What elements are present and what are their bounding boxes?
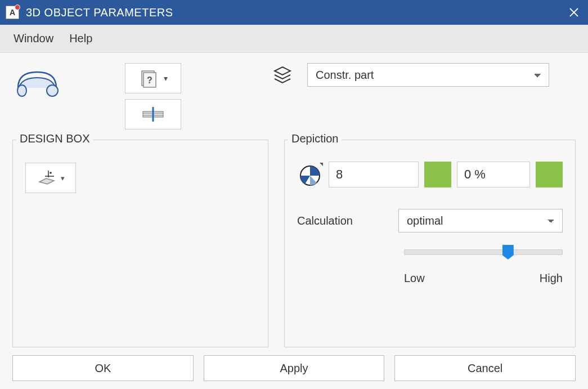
anchor-mode-button[interactable]: ▾ [25,163,76,193]
menu-help[interactable]: Help [69,32,92,45]
slider-high-label: High [540,272,563,285]
design-box-legend: DESIGN BOX [16,132,93,145]
depiction-panel: Depiction Calculation optimal [284,140,576,347]
depiction-inputs-row [297,162,563,187]
anchor-icon [37,169,56,186]
svg-point-3 [47,85,58,96]
object-type-icon [12,63,63,99]
dialog-buttons: OK Apply Cancel [12,355,576,381]
quality-slider[interactable] [404,249,563,255]
design-box-panel: DESIGN BOX ▾ [12,140,268,347]
segments-color-swatch[interactable] [424,162,451,187]
menubar: Window Help [0,25,588,53]
cancel-button[interactable]: Cancel [394,355,576,381]
close-button[interactable] [565,4,582,21]
svg-point-2 [17,85,26,96]
titlebar: A 3D OBJECT PARAMETERS [0,0,588,25]
layers-icon [271,64,294,86]
app-icon: A [6,6,19,19]
segments-input[interactable] [329,162,419,187]
window-title: 3D OBJECT PARAMETERS [26,6,173,19]
chevron-down-icon: ▾ [61,174,65,182]
section-icon [140,106,167,123]
panels-row: DESIGN BOX ▾ Depiction [12,140,576,347]
svg-point-13 [50,172,52,174]
section-toggle-button[interactable] [125,99,181,129]
percent-input[interactable] [457,162,530,187]
apply-button[interactable]: Apply [204,355,385,381]
calculation-row: Calculation optimal [297,209,563,232]
layer-row: Constr. part [271,63,549,87]
library-picker-button[interactable]: ? ▾ [125,63,181,93]
top-row: ? ▾ Constr. part [12,63,576,129]
book-question-icon: ? [139,69,158,88]
menu-window[interactable]: Window [14,32,53,45]
depiction-legend: Depiction [288,132,342,145]
calculation-select[interactable]: optimal [398,209,563,232]
content-area: ? ▾ Constr. part [0,53,588,389]
shading-mode-icon [297,162,323,187]
calculation-label: Calculation [297,214,381,227]
percent-color-swatch[interactable] [536,162,563,187]
slider-labels: Low High [404,272,563,285]
toolbar-column: ? ▾ [125,63,181,129]
slider-track [404,249,563,255]
close-icon [569,8,578,17]
svg-text:?: ? [147,75,152,85]
slider-low-label: Low [404,272,425,285]
layer-select[interactable]: Constr. part [307,63,549,87]
slider-thumb[interactable] [502,245,514,260]
chevron-down-icon: ▾ [164,74,168,83]
ok-button[interactable]: OK [12,355,194,381]
svg-marker-14 [320,163,323,166]
